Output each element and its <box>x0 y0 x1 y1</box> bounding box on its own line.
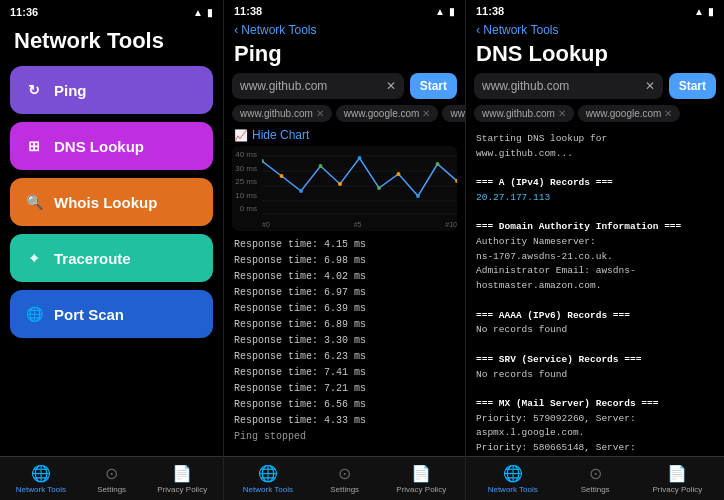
battery-icon-1: ▮ <box>207 7 213 18</box>
tab-settings[interactable]: ⊙Settings <box>323 464 367 494</box>
ping-result-line: Response time: 7.41 ms <box>234 365 455 381</box>
tab-privacy[interactable]: 📄Privacy Policy <box>157 464 207 494</box>
panel1-title: Network Tools <box>0 20 223 66</box>
dns-clear-btn[interactable]: ✕ <box>645 79 655 93</box>
chip-text: www.google.com <box>586 108 662 119</box>
back-label-dns: Network Tools <box>483 23 558 37</box>
svg-point-13 <box>416 194 420 198</box>
history-chip[interactable]: www.google.com✕ <box>336 105 439 122</box>
ping-chart: 40 ms30 ms25 ms10 ms0 ms <box>232 146 457 231</box>
ping-result-line: Response time: 6.89 ms <box>234 317 455 333</box>
whois-icon: 🔍 <box>24 192 44 212</box>
y-label: 30 ms <box>232 164 260 173</box>
network-tools-tab-icon: 🌐 <box>258 464 278 483</box>
dns-output-line: === A (IPv4) Records === <box>476 176 714 191</box>
x-label: #5 <box>354 221 362 228</box>
chip-text: www.google.com <box>344 108 420 119</box>
ping-result-line: Response time: 6.98 ms <box>234 253 455 269</box>
network-tools-tab-icon: 🌐 <box>503 464 523 483</box>
dns-output-line: === MX (Mail Server) Records === <box>476 397 714 412</box>
settings-tab-icon: ⊙ <box>589 464 602 483</box>
btn-whois[interactable]: 🔍Whois Lookup <box>10 178 213 226</box>
back-nav-dns[interactable]: ‹ Network Tools <box>466 20 724 41</box>
svg-point-6 <box>280 174 284 178</box>
ping-history: www.github.com✕www.google.com✕ww…✕ <box>224 105 465 128</box>
btn-ping[interactable]: ↻Ping <box>10 66 213 114</box>
x-label: #0 <box>262 221 270 228</box>
dns-url-field[interactable]: www.github.com ✕ <box>474 73 663 99</box>
ping-result-line: Response time: 4.15 ms <box>234 237 455 253</box>
svg-point-9 <box>338 182 342 186</box>
ping-title: Ping <box>224 41 465 73</box>
tab-bar-2: 🌐Network Tools⊙Settings📄Privacy Policy <box>224 456 465 500</box>
tab-network-tools[interactable]: 🌐Network Tools <box>488 464 538 494</box>
btn-portscan[interactable]: 🌐Port Scan <box>10 290 213 338</box>
status-bar-1: 11:36 ▲ ▮ <box>0 0 223 20</box>
dns-output-line: No records found <box>476 368 714 383</box>
history-chip[interactable]: www.google.com✕ <box>578 105 681 122</box>
ping-result-line: Response time: 4.33 ms <box>234 413 455 429</box>
back-nav-ping[interactable]: ‹ Network Tools <box>224 20 465 41</box>
status-bar-2: 11:38 ▲ ▮ <box>224 0 465 20</box>
tab-network-tools[interactable]: 🌐Network Tools <box>243 464 293 494</box>
network-tools-tab-label: Network Tools <box>488 485 538 494</box>
dns-output-line <box>476 206 714 221</box>
dns-output-line: www.github.com... <box>476 147 714 162</box>
chip-text: www.github.com <box>240 108 313 119</box>
history-chip[interactable]: ww…✕ <box>442 105 465 122</box>
status-icons-1: ▲ ▮ <box>193 7 213 18</box>
dns-start-btn[interactable]: Start <box>669 73 716 99</box>
tab-bar-1: 🌐Network Tools⊙Settings📄Privacy Policy <box>0 456 223 500</box>
wifi-icon-3: ▲ <box>694 6 704 17</box>
y-label: 40 ms <box>232 150 260 159</box>
back-label-ping: Network Tools <box>241 23 316 37</box>
portscan-label: Port Scan <box>54 306 124 323</box>
tab-settings[interactable]: ⊙Settings <box>573 464 617 494</box>
svg-point-7 <box>299 189 303 193</box>
whois-label: Whois Lookup <box>54 194 157 211</box>
dns-output-line: Authority Nameserver: <box>476 235 714 250</box>
ping-url-field[interactable]: www.github.com ✕ <box>232 73 404 99</box>
time-1: 11:36 <box>10 6 38 18</box>
history-chip[interactable]: www.github.com✕ <box>232 105 332 122</box>
ping-result-line: Response time: 3.30 ms <box>234 333 455 349</box>
chip-close[interactable]: ✕ <box>558 108 566 119</box>
tab-network-tools[interactable]: 🌐Network Tools <box>16 464 66 494</box>
status-bar-3: 11:38 ▲ ▮ <box>466 0 724 20</box>
tab-settings[interactable]: ⊙Settings <box>90 464 134 494</box>
history-chip[interactable]: www.github.com✕ <box>474 105 574 122</box>
dns-output-line: === AAAA (IPv6) Records === <box>476 309 714 324</box>
chip-close[interactable]: ✕ <box>664 108 672 119</box>
svg-point-10 <box>358 156 362 160</box>
dns-output-line: === Domain Authority Information === <box>476 220 714 235</box>
dns-search-row: www.github.com ✕ Start <box>474 73 716 99</box>
ping-result-line: Response time: 6.23 ms <box>234 349 455 365</box>
ping-start-btn[interactable]: Start <box>410 73 457 99</box>
chart-icon: 📈 <box>234 129 248 142</box>
ping-clear-btn[interactable]: ✕ <box>386 79 396 93</box>
privacy-tab-icon: 📄 <box>667 464 687 483</box>
settings-tab-icon: ⊙ <box>338 464 351 483</box>
time-2: 11:38 <box>234 5 262 17</box>
hide-chart-btn[interactable]: Hide Chart <box>252 128 309 142</box>
chip-close[interactable]: ✕ <box>422 108 430 119</box>
time-3: 11:38 <box>476 5 504 17</box>
tab-privacy[interactable]: 📄Privacy Policy <box>396 464 446 494</box>
ping-results: Response time: 4.15 msResponse time: 6.9… <box>224 235 465 456</box>
dns-url-value: www.github.com <box>482 79 569 93</box>
panel-ping: 11:38 ▲ ▮ ‹ Network Tools Ping www.githu… <box>224 0 466 500</box>
wifi-icon-1: ▲ <box>193 7 203 18</box>
panel-network-tools: 11:36 ▲ ▮ Network Tools ↻Ping⊞DNS Lookup… <box>0 0 224 500</box>
ping-search-row: www.github.com ✕ Start <box>232 73 457 99</box>
dns-output-line: aspmx.l.google.com. <box>476 426 714 441</box>
tab-bar-3: 🌐Network Tools⊙Settings📄Privacy Policy <box>466 456 724 500</box>
settings-tab-label: Settings <box>330 485 359 494</box>
battery-icon-3: ▮ <box>708 6 714 17</box>
dns-label: DNS Lookup <box>54 138 144 155</box>
btn-traceroute[interactable]: ⌖Traceroute <box>10 234 213 282</box>
btn-dns[interactable]: ⊞DNS Lookup <box>10 122 213 170</box>
privacy-tab-label: Privacy Policy <box>396 485 446 494</box>
tab-privacy[interactable]: 📄Privacy Policy <box>652 464 702 494</box>
chip-close[interactable]: ✕ <box>316 108 324 119</box>
chart-svg <box>262 146 457 217</box>
